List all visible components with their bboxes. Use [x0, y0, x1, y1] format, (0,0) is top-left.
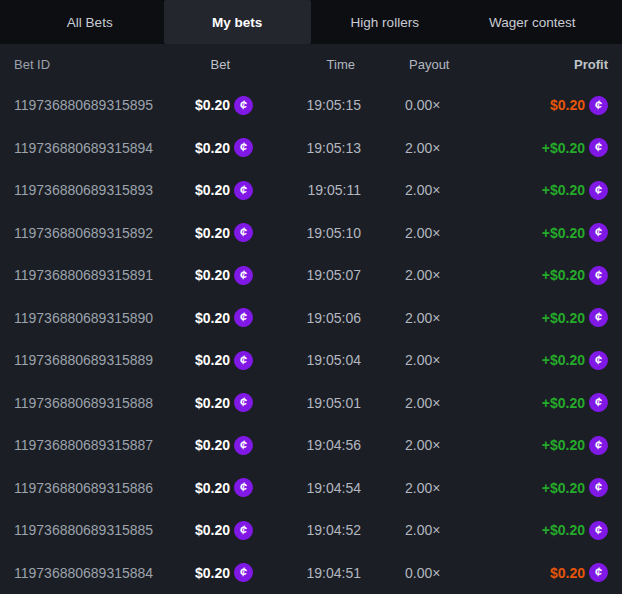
- cent-coin-icon: ¢: [233, 350, 254, 371]
- bet-profit: +$0.20: [542, 437, 585, 453]
- cent-coin-icon: ¢: [588, 392, 609, 413]
- bet-row[interactable]: 119736880689315890$0.20¢19:05:062.00×+$0…: [0, 297, 622, 340]
- cent-coin-icon: ¢: [233, 392, 254, 413]
- bet-id[interactable]: 119736880689315895: [14, 97, 184, 113]
- bet-profit: +$0.20: [542, 140, 585, 156]
- bet-profit-cell: +$0.20¢: [511, 308, 608, 327]
- bet-profit: +$0.20: [542, 522, 585, 538]
- bet-id[interactable]: 119736880689315888: [14, 395, 184, 411]
- bet-row[interactable]: 119736880689315895$0.20¢19:05:150.00×$0.…: [0, 84, 622, 127]
- header-profit: Profit: [511, 57, 608, 72]
- cent-coin-icon: ¢: [588, 265, 609, 286]
- bet-amount-cell: $0.20¢: [184, 223, 253, 242]
- bet-profit: +$0.20: [542, 267, 585, 283]
- bet-profit-cell: +$0.20¢: [511, 181, 608, 200]
- bet-profit-cell: +$0.20¢: [511, 478, 608, 497]
- bet-time: 19:04:52: [253, 522, 361, 538]
- bet-payout: 2.00×: [361, 310, 511, 326]
- bet-row[interactable]: 119736880689315888$0.20¢19:05:012.00×+$0…: [0, 382, 622, 425]
- bet-row[interactable]: 119736880689315892$0.20¢19:05:102.00×+$0…: [0, 212, 622, 255]
- cent-coin-icon: ¢: [233, 562, 254, 583]
- bet-profit-cell: +$0.20¢: [511, 223, 608, 242]
- bet-row[interactable]: 119736880689315893$0.20¢19:05:112.00×+$0…: [0, 169, 622, 212]
- bet-amount: $0.20: [195, 182, 230, 198]
- bet-payout: 2.00×: [361, 140, 511, 156]
- bet-amount-cell: $0.20¢: [184, 478, 253, 497]
- bet-id[interactable]: 119736880689315885: [14, 522, 184, 538]
- cent-coin-icon: ¢: [233, 265, 254, 286]
- cent-coin-icon: ¢: [588, 137, 609, 158]
- cent-coin-icon: ¢: [233, 137, 254, 158]
- bet-amount-cell: $0.20¢: [184, 436, 253, 455]
- bet-id[interactable]: 119736880689315889: [14, 352, 184, 368]
- header-time: Time: [253, 57, 361, 72]
- bet-time: 19:05:04: [253, 352, 361, 368]
- bet-amount: $0.20: [195, 522, 230, 538]
- bet-amount-cell: $0.20¢: [184, 181, 253, 200]
- cent-coin-icon: ¢: [588, 562, 609, 583]
- bet-profit-cell: $0.20¢: [511, 96, 608, 115]
- bet-id[interactable]: 119736880689315893: [14, 182, 184, 198]
- bet-row[interactable]: 119736880689315884$0.20¢19:04:510.00×$0.…: [0, 552, 622, 594]
- bet-row[interactable]: 119736880689315894$0.20¢19:05:132.00×+$0…: [0, 127, 622, 170]
- bet-profit: +$0.20: [542, 395, 585, 411]
- bet-payout: 2.00×: [361, 480, 511, 496]
- cent-coin-icon: ¢: [588, 95, 609, 116]
- bet-id[interactable]: 119736880689315887: [14, 437, 184, 453]
- bet-payout: 0.00×: [361, 565, 511, 581]
- bet-time: 19:05:13: [253, 140, 361, 156]
- tab-wager-contest[interactable]: Wager contest: [459, 0, 607, 44]
- tab-high-rollers[interactable]: High rollers: [311, 0, 459, 44]
- cent-coin-icon: ¢: [233, 477, 254, 498]
- bet-amount: $0.20: [195, 267, 230, 283]
- bet-amount: $0.20: [195, 395, 230, 411]
- bet-payout: 2.00×: [361, 225, 511, 241]
- bet-amount: $0.20: [195, 310, 230, 326]
- bet-row[interactable]: 119736880689315885$0.20¢19:04:522.00×+$0…: [0, 509, 622, 552]
- header-bet-id: Bet ID: [14, 57, 184, 72]
- bet-amount-cell: $0.20¢: [184, 563, 253, 582]
- bet-row[interactable]: 119736880689315886$0.20¢19:04:542.00×+$0…: [0, 467, 622, 510]
- bet-row[interactable]: 119736880689315891$0.20¢19:05:072.00×+$0…: [0, 254, 622, 297]
- bet-profit-cell: +$0.20¢: [511, 393, 608, 412]
- cent-coin-icon: ¢: [588, 222, 609, 243]
- bet-amount: $0.20: [195, 565, 230, 581]
- bet-profit: $0.20: [550, 97, 585, 113]
- bet-payout: 2.00×: [361, 267, 511, 283]
- bet-time: 19:05:15: [253, 97, 361, 113]
- bet-row[interactable]: 119736880689315889$0.20¢19:05:042.00×+$0…: [0, 339, 622, 382]
- bet-payout: 2.00×: [361, 395, 511, 411]
- cent-coin-icon: ¢: [233, 180, 254, 201]
- bet-time: 19:05:06: [253, 310, 361, 326]
- bet-amount-cell: $0.20¢: [184, 393, 253, 412]
- cent-coin-icon: ¢: [233, 95, 254, 116]
- header-bet: Bet: [184, 57, 253, 72]
- bet-amount: $0.20: [195, 97, 230, 113]
- cent-coin-icon: ¢: [588, 520, 609, 541]
- bet-id[interactable]: 119736880689315886: [14, 480, 184, 496]
- bet-time: 19:04:51: [253, 565, 361, 581]
- bet-payout: 2.00×: [361, 522, 511, 538]
- tab-all-bets[interactable]: All Bets: [16, 0, 164, 44]
- bet-profit-cell: +$0.20¢: [511, 266, 608, 285]
- bet-amount: $0.20: [195, 225, 230, 241]
- bet-payout: 2.00×: [361, 352, 511, 368]
- bets-tabs: All BetsMy betsHigh rollersWager contest: [0, 0, 622, 44]
- bet-profit-cell: +$0.20¢: [511, 436, 608, 455]
- bet-amount-cell: $0.20¢: [184, 266, 253, 285]
- bet-amount-cell: $0.20¢: [184, 308, 253, 327]
- bet-id[interactable]: 119736880689315890: [14, 310, 184, 326]
- bet-profit: +$0.20: [542, 225, 585, 241]
- bet-id[interactable]: 119736880689315894: [14, 140, 184, 156]
- cent-coin-icon: ¢: [588, 477, 609, 498]
- bet-id[interactable]: 119736880689315891: [14, 267, 184, 283]
- tab-my-bets[interactable]: My bets: [164, 0, 312, 44]
- bet-profit-cell: +$0.20¢: [511, 138, 608, 157]
- bet-time: 19:05:01: [253, 395, 361, 411]
- bet-row[interactable]: 119736880689315887$0.20¢19:04:562.00×+$0…: [0, 424, 622, 467]
- bet-time: 19:04:56: [253, 437, 361, 453]
- bet-id[interactable]: 119736880689315892: [14, 225, 184, 241]
- bet-id[interactable]: 119736880689315884: [14, 565, 184, 581]
- bet-amount-cell: $0.20¢: [184, 351, 253, 370]
- bet-amount-cell: $0.20¢: [184, 521, 253, 540]
